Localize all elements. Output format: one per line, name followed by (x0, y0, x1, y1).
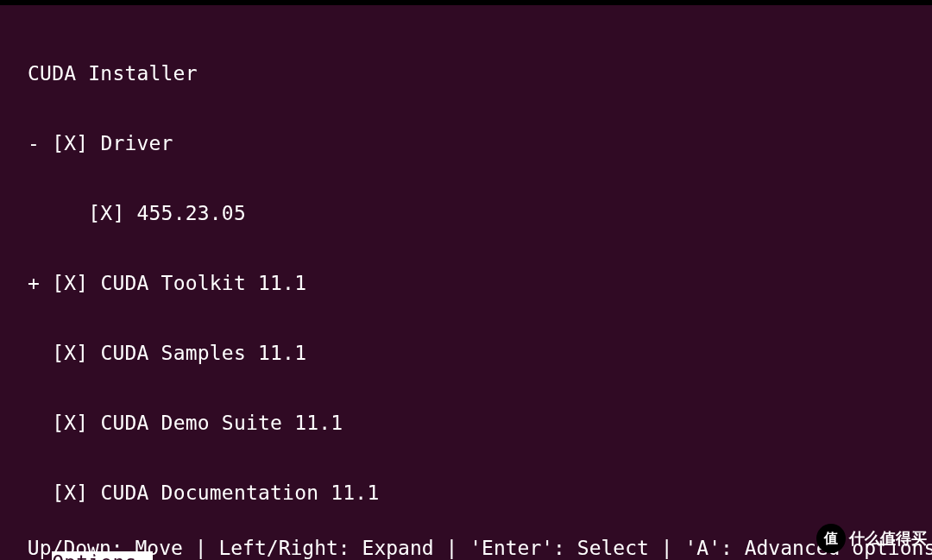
keybindings-help: Up/Down: Move | Left/Right: Expand | 'En… (16, 537, 932, 560)
checkbox-icon[interactable]: [X] (52, 342, 88, 364)
watermark: 值 什么值得买 (816, 524, 927, 553)
checkbox-icon[interactable]: [X] (52, 481, 88, 504)
installer-title: CUDA Installer (0, 62, 932, 85)
menu-item-cuda-samples[interactable]: [X] CUDA Samples 11.1 (0, 342, 932, 365)
menu-item-cuda-documentation[interactable]: [X] CUDA Documentation 11.1 (0, 481, 932, 505)
menu-item-driver[interactable]: - [X] Driver (0, 132, 932, 155)
item-label: CUDA Samples 11.1 (100, 342, 306, 364)
menu-item-cuda-demo-suite[interactable]: [X] CUDA Demo Suite 11.1 (0, 412, 932, 435)
watermark-icon: 值 (816, 524, 846, 553)
item-label: CUDA Demo Suite 11.1 (100, 412, 343, 434)
menu-item-driver-version[interactable]: [X] 455.23.05 (0, 202, 932, 225)
item-label: CUDA Toolkit 11.1 (100, 272, 306, 294)
terminal-screen: CUDA Installer - [X] Driver [X] 455.23.0… (0, 5, 932, 560)
item-label: CUDA Documentation 11.1 (100, 481, 379, 504)
checkbox-icon[interactable]: [X] (52, 412, 88, 434)
menu-item-cuda-toolkit[interactable]: + [X] CUDA Toolkit 11.1 (0, 272, 932, 295)
item-label: 455.23.05 (137, 202, 246, 224)
item-label: Driver (100, 132, 173, 154)
watermark-text: 什么值得买 (849, 528, 927, 549)
checkbox-icon[interactable]: [X] (52, 272, 88, 294)
checkbox-icon[interactable]: [X] (52, 132, 88, 154)
checkbox-icon[interactable]: [X] (88, 202, 124, 224)
